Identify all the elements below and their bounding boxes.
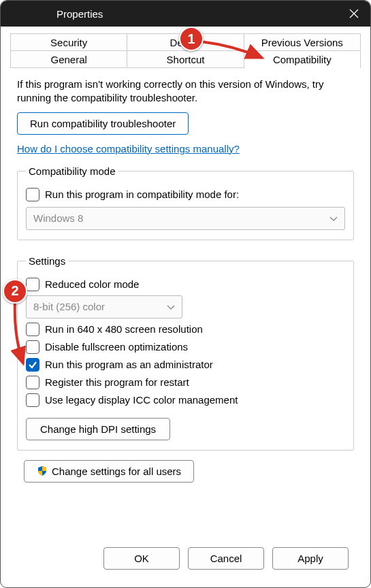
ok-button[interactable]: OK (103, 547, 180, 570)
run-as-admin-label: Run this program as an administrator (45, 359, 213, 370)
disable-fullscreen-label: Disable fullscreen optimizations (45, 341, 188, 353)
annotation-arrow-1 (199, 37, 268, 65)
annotation-arrow-2 (11, 301, 31, 369)
properties-dialog: Properties 1 Security Details Previous V… (0, 0, 371, 588)
settings-legend: Settings (26, 255, 68, 267)
annotation-badge-1: 1 (179, 27, 204, 51)
register-restart-checkbox[interactable] (26, 376, 39, 389)
compatibility-mode-legend: Compatibility mode (26, 165, 118, 177)
legacy-icc-checkbox[interactable] (26, 393, 39, 407)
apply-button[interactable]: Apply (272, 547, 349, 570)
cancel-button[interactable]: Cancel (188, 547, 264, 570)
compat-mode-select-value: Windows 8 (33, 212, 83, 224)
dialog-footer: OK Cancel Apply (10, 539, 361, 582)
tab-content: If this program isn't working correctly … (10, 68, 361, 539)
shield-icon (37, 466, 48, 476)
settings-group: Settings 2 Reduced color mode 8-bit (256… (17, 255, 354, 451)
manual-settings-link[interactable]: How do I choose compatibility settings m… (17, 143, 240, 154)
change-all-users-button[interactable]: Change settings for all users (24, 460, 194, 483)
change-dpi-button[interactable]: Change high DPI settings (26, 418, 170, 440)
color-mode-select[interactable]: 8-bit (256) color (26, 295, 182, 318)
compat-mode-checkbox[interactable] (26, 188, 39, 201)
compat-mode-select[interactable]: Windows 8 (26, 207, 345, 230)
register-restart-label: Register this program for restart (45, 376, 189, 388)
intro-text: If this program isn't working correctly … (17, 78, 354, 105)
reduced-color-checkbox[interactable] (26, 278, 39, 291)
tab-general[interactable]: General (10, 50, 127, 67)
reduced-color-label: Reduced color mode (45, 278, 139, 290)
titlebar: Properties (1, 1, 370, 27)
color-mode-select-value: 8-bit (256) color (33, 301, 105, 312)
window-title: Properties (10, 8, 103, 20)
annotation-badge-2: 2 (3, 279, 27, 304)
close-button[interactable] (347, 7, 361, 20)
dialog-body: 1 Security Details Previous Versions Gen… (1, 27, 370, 587)
legacy-icc-label: Use legacy display ICC color management (45, 394, 238, 406)
change-all-users-label: Change settings for all users (52, 466, 181, 477)
chevron-down-icon (167, 301, 175, 312)
compatibility-mode-group: Compatibility mode Run this program in c… (17, 165, 354, 240)
compat-mode-label: Run this program in compatibility mode f… (45, 189, 239, 200)
run-troubleshooter-button[interactable]: Run compatibility troubleshooter (17, 112, 189, 135)
close-icon (349, 9, 359, 18)
chevron-down-icon (329, 212, 338, 224)
run-640x480-label: Run in 640 x 480 screen resolution (45, 323, 203, 335)
tab-security[interactable]: Security (10, 33, 127, 50)
